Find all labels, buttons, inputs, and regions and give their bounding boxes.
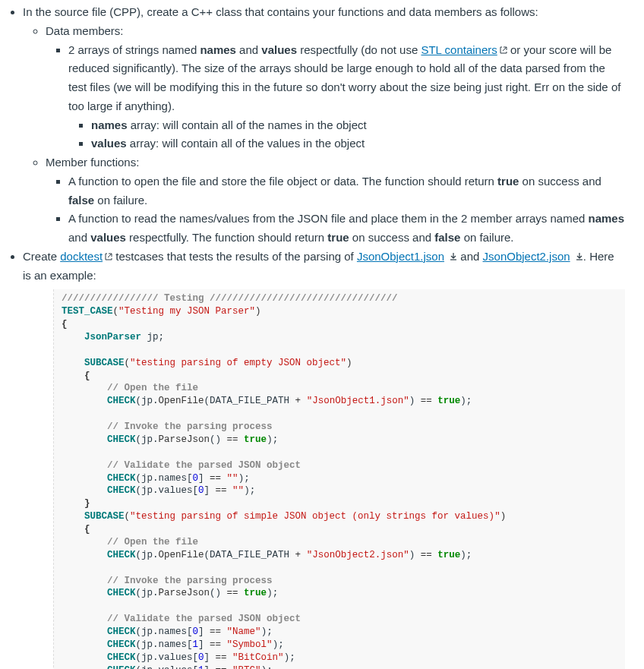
code-comment: ///////////////// Testing //////////////… xyxy=(62,293,398,304)
text: Member functions: xyxy=(46,156,139,169)
text: testcases that tests the results of the … xyxy=(112,250,357,263)
external-link-icon xyxy=(105,248,112,255)
text: on failure. xyxy=(460,231,513,244)
text: and xyxy=(236,43,261,56)
text: A function to open the file and store th… xyxy=(68,175,497,188)
values-bold: values xyxy=(91,137,127,150)
list-item: Member functions: A function to open the… xyxy=(46,153,625,248)
list-item: In the source file (CPP), create a C++ c… xyxy=(23,3,625,248)
text: array: will contain all of the names in … xyxy=(128,118,367,131)
instruction-list: In the source file (CPP), create a C++ c… xyxy=(0,3,625,669)
text: on success and xyxy=(349,231,435,244)
text: In the source file (CPP), create a C++ c… xyxy=(23,5,538,18)
code-example-block: ///////////////// Testing //////////////… xyxy=(53,289,625,669)
text: on success and xyxy=(519,175,601,188)
values-bold: values xyxy=(90,231,126,244)
text: 2 arrays of strings named xyxy=(68,43,200,56)
names-bold: names xyxy=(91,118,128,131)
code-type: JsonParser xyxy=(84,332,141,342)
code-string: "Testing my JSON Parser" xyxy=(118,306,255,317)
text: and xyxy=(457,250,482,263)
download-icon[interactable] xyxy=(450,248,457,255)
list-item: A function to read the names/values from… xyxy=(68,210,625,248)
list-item: values array: will contain all of the va… xyxy=(91,134,625,153)
list-item: 2 arrays of strings named names and valu… xyxy=(68,41,625,154)
text: Create xyxy=(23,250,60,263)
text: on failure. xyxy=(94,194,147,207)
code-macro: TEST_CASE xyxy=(62,306,113,317)
true-bold: true xyxy=(327,231,349,244)
list-item: A function to open the file and store th… xyxy=(68,172,625,210)
text: respectfully (do not use xyxy=(297,43,421,56)
true-bold: true xyxy=(497,175,519,188)
values-bold: values xyxy=(261,43,297,56)
list-item: Create docktest testcases that tests the… xyxy=(23,248,625,669)
text: respectfully. The function should return xyxy=(126,231,327,244)
download-icon[interactable] xyxy=(576,248,583,255)
names-bold: names xyxy=(200,43,236,56)
false-bold: false xyxy=(434,231,460,244)
jsonobject1-link[interactable]: JsonObject1.json xyxy=(357,250,444,263)
names-bold: names xyxy=(589,212,625,225)
external-link-icon xyxy=(500,41,507,49)
jsonobject2-link[interactable]: JsonObject2.json xyxy=(483,250,570,263)
text: array: will contain all of the values in… xyxy=(127,137,365,150)
text: and xyxy=(68,231,90,244)
text: Data members: xyxy=(46,24,124,37)
list-item: Data members: 2 arrays of strings named … xyxy=(46,22,625,153)
list-item: names array: will contain all of the nam… xyxy=(91,116,625,135)
text: A function to read the names/values from… xyxy=(68,212,589,225)
stl-containers-link[interactable]: STL containers xyxy=(421,43,497,56)
false-bold: false xyxy=(68,194,94,207)
docktest-link[interactable]: docktest xyxy=(60,250,103,263)
